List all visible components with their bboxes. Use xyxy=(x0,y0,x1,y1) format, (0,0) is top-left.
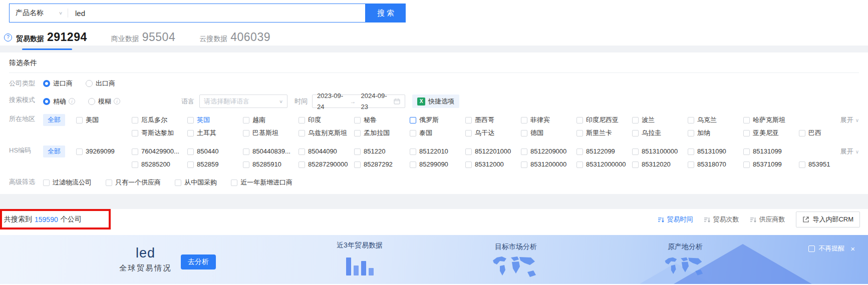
region-checkbox-item[interactable]: 菲律宾 xyxy=(521,114,576,126)
hs-checkbox-item[interactable]: 85312000 xyxy=(465,159,521,170)
hs-checkbox-item[interactable]: 85122010 xyxy=(410,146,465,157)
checkbox-icon[interactable] xyxy=(465,148,472,155)
hs-checkbox-item[interactable]: 85312000000 xyxy=(576,159,632,170)
region-checkbox-item[interactable]: 美国 xyxy=(76,114,132,126)
region-checkbox-item[interactable]: 厄瓜多尔 xyxy=(132,114,187,126)
close-icon[interactable] xyxy=(850,245,855,252)
checkbox-icon[interactable] xyxy=(299,148,305,155)
sort-control[interactable]: 供应商数 xyxy=(750,215,785,224)
radio-fuzzy[interactable]: 模糊 xyxy=(88,96,120,107)
checkbox-icon[interactable] xyxy=(299,162,305,168)
checkbox-icon[interactable] xyxy=(76,117,83,124)
language-select[interactable]: 请选择翻译语言 ∨ xyxy=(199,94,287,108)
region-checkbox-item[interactable]: 俄罗斯 xyxy=(410,114,465,126)
hs-checkbox-item[interactable]: 853951 xyxy=(799,159,854,170)
hs-checkbox-item[interactable]: 85371099 xyxy=(743,159,799,170)
region-checkbox-item[interactable]: 泰国 xyxy=(410,128,465,138)
region-checkbox-item[interactable]: 巴西 xyxy=(799,128,854,138)
advanced-checkbox-item[interactable]: 近一年新增进口商 xyxy=(231,177,293,188)
banner-feature-target-market[interactable]: 目标市场分析 xyxy=(477,242,555,282)
radio-exporter[interactable]: 出口商 xyxy=(86,78,115,89)
hs-checkbox-item[interactable]: 85299090 xyxy=(410,159,465,170)
region-expand-link[interactable]: 展开 xyxy=(840,114,859,126)
checkbox-icon[interactable] xyxy=(231,180,237,186)
checkbox-icon[interactable] xyxy=(187,130,194,136)
checkbox-icon[interactable] xyxy=(106,180,112,186)
region-checkbox-item[interactable]: 哈萨克斯坦 xyxy=(743,114,799,126)
checkbox-icon[interactable] xyxy=(465,117,472,124)
checkbox-icon[interactable] xyxy=(521,148,527,155)
checkbox-icon[interactable] xyxy=(354,117,361,124)
radio-icon[interactable] xyxy=(43,80,50,87)
hs-checkbox-item[interactable]: 85285200 xyxy=(132,159,187,170)
region-checkbox-item[interactable]: 土耳其 xyxy=(187,128,243,138)
region-all-chip[interactable]: 全部 xyxy=(43,114,65,126)
region-checkbox-item[interactable]: 孟加拉国 xyxy=(354,128,410,138)
region-checkbox-item[interactable]: 哥斯达黎加 xyxy=(132,128,187,138)
hs-checkbox-item[interactable]: 8512201000 xyxy=(465,146,521,157)
checkbox-icon[interactable] xyxy=(743,117,750,124)
checkbox-icon[interactable] xyxy=(243,148,249,155)
checkbox-icon[interactable] xyxy=(299,130,305,136)
result-tab[interactable]: 商业数据 95504 xyxy=(111,30,175,44)
checkbox-icon[interactable] xyxy=(132,162,138,168)
region-checkbox-item[interactable]: 乌拉圭 xyxy=(632,128,688,138)
region-checkbox-item[interactable]: 巴基斯坦 xyxy=(243,128,299,138)
search-button[interactable]: 搜 索 xyxy=(366,4,406,22)
quick-options-button[interactable]: 快捷选项 xyxy=(412,94,459,108)
checkbox-icon[interactable] xyxy=(175,180,181,186)
checkbox-icon[interactable] xyxy=(76,148,83,155)
checkbox-icon[interactable] xyxy=(521,162,527,168)
checkbox-icon[interactable] xyxy=(632,117,639,124)
checkbox-icon[interactable] xyxy=(465,130,472,136)
checkbox-icon[interactable] xyxy=(354,148,361,155)
checkbox-icon[interactable] xyxy=(576,162,583,168)
advanced-checkbox-item[interactable]: 过滤物流公司 xyxy=(43,177,92,188)
checkbox-icon[interactable] xyxy=(410,130,416,136)
checkbox-icon[interactable] xyxy=(799,162,805,168)
hs-checkbox-item[interactable]: 85318070 xyxy=(688,159,743,170)
checkbox-icon[interactable] xyxy=(688,130,694,136)
checkbox-icon[interactable] xyxy=(799,130,805,136)
checkbox-icon[interactable] xyxy=(576,130,583,136)
region-checkbox-item[interactable]: 印度 xyxy=(299,114,354,126)
region-checkbox-item[interactable]: 乌兹别克斯坦 xyxy=(299,128,354,138)
checkbox-icon[interactable] xyxy=(521,117,527,124)
sort-control[interactable]: 贸易次数 xyxy=(704,215,739,224)
hs-checkbox-item[interactable]: 85122099 xyxy=(576,146,632,157)
search-category-select[interactable]: 产品名称 ∨ xyxy=(10,8,68,18)
checkbox-icon[interactable] xyxy=(43,180,50,186)
checkbox-icon[interactable] xyxy=(187,162,194,168)
checkbox-icon[interactable] xyxy=(743,162,750,168)
date-start[interactable]: 2023-09-24 xyxy=(317,90,345,112)
radio-exact[interactable]: 精确 xyxy=(43,96,75,107)
checkbox-icon[interactable] xyxy=(688,148,694,155)
region-checkbox-item[interactable]: 英国 xyxy=(187,114,243,126)
checkbox-icon[interactable] xyxy=(465,162,472,168)
checkbox-icon[interactable] xyxy=(132,117,138,124)
dismiss-checkbox[interactable] xyxy=(808,246,815,252)
region-checkbox-item[interactable]: 波兰 xyxy=(632,114,688,126)
checkbox-icon[interactable] xyxy=(632,162,639,168)
radio-icon[interactable] xyxy=(86,80,93,87)
hs-checkbox-item[interactable]: 85287292 xyxy=(354,159,410,170)
checkbox-icon[interactable] xyxy=(576,117,583,124)
checkbox-icon[interactable] xyxy=(243,117,249,124)
checkbox-icon[interactable] xyxy=(354,130,361,136)
hs-checkbox-item[interactable]: 8531200000 xyxy=(521,159,576,170)
checkbox-icon[interactable] xyxy=(132,130,138,136)
dismiss-label[interactable]: 不再提醒 xyxy=(818,244,844,253)
hs-checkbox-item[interactable]: 850440 xyxy=(187,146,243,157)
checkbox-icon[interactable] xyxy=(187,148,194,155)
checkbox-icon[interactable] xyxy=(576,148,583,155)
banner-feature-trade-data[interactable]: 近3年贸易数据 xyxy=(325,241,395,276)
checkbox-icon[interactable] xyxy=(688,162,694,168)
region-checkbox-item[interactable]: 越南 xyxy=(243,114,299,126)
search-input[interactable] xyxy=(68,4,365,22)
hs-checkbox-item[interactable]: 39269099 xyxy=(76,146,132,157)
checkbox-icon[interactable] xyxy=(410,117,416,124)
checkbox-icon[interactable] xyxy=(632,130,639,136)
checkbox-icon[interactable] xyxy=(243,130,249,136)
region-checkbox-item[interactable]: 乌干达 xyxy=(465,128,521,138)
advanced-checkbox-item[interactable]: 从中国采购 xyxy=(175,177,217,188)
